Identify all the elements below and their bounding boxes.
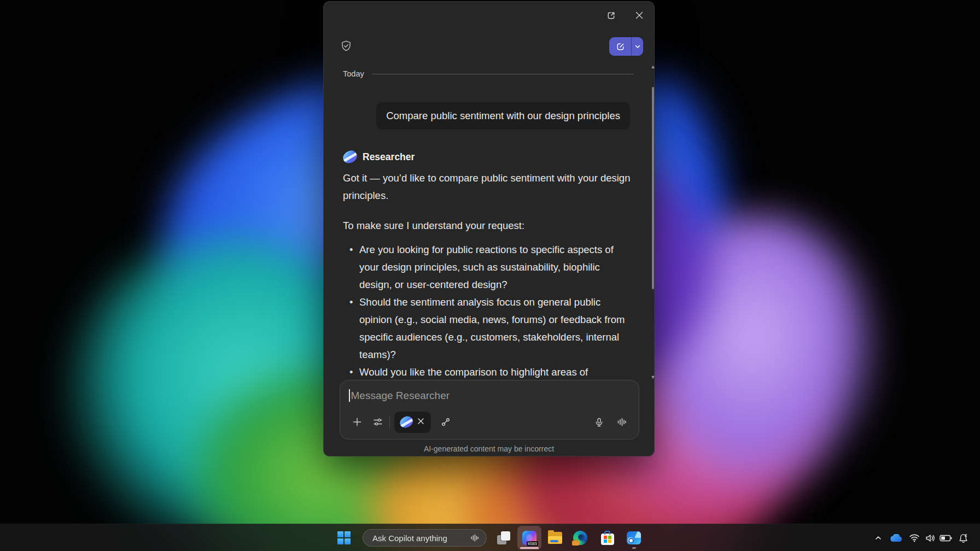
taskbar: Ask Copilot anything M365	[0, 524, 980, 551]
copilot-window: ▲ ▼ Today Compare public sentiment with …	[323, 1, 655, 456]
add-attachment-button[interactable]	[349, 414, 365, 430]
volume-tray-button[interactable]	[923, 532, 937, 543]
privacy-shield-icon	[340, 39, 353, 52]
running-app-indicator	[632, 547, 636, 549]
toolbar-divider	[389, 415, 390, 429]
assistant-paragraph: Got it — you’d like to compare public se…	[343, 169, 634, 204]
new-chat-button[interactable]	[609, 37, 631, 56]
chat-scroll-area: Today Compare public sentiment with our …	[343, 68, 634, 416]
wifi-icon	[909, 534, 920, 542]
scroll-down-arrow[interactable]: ▼	[650, 374, 656, 380]
date-divider-line	[372, 74, 634, 74]
desktop: ▲ ▼ Today Compare public sentiment with …	[0, 0, 980, 551]
sliders-icon	[372, 417, 383, 427]
task-view-icon	[497, 531, 511, 545]
microsoft-store-icon	[601, 534, 614, 545]
date-divider: Today	[343, 68, 634, 79]
link-icon	[440, 417, 451, 427]
battery-tray-button[interactable]	[938, 532, 953, 543]
voice-waveform-icon	[616, 417, 627, 427]
taskbar-app-edge[interactable]	[573, 531, 587, 545]
plus-icon	[352, 417, 362, 427]
researcher-chip-icon	[399, 415, 414, 429]
taskbar-app-copilot-m365[interactable]: M365	[517, 526, 541, 550]
outlook-icon	[627, 531, 641, 544]
expand-icon	[606, 10, 616, 21]
chevron-down-icon	[634, 43, 641, 50]
task-view-button[interactable]	[497, 531, 511, 545]
onedrive-tray-button[interactable]	[888, 532, 903, 543]
voice-mode-button[interactable]	[614, 414, 630, 430]
options-button[interactable]	[370, 414, 386, 430]
onedrive-cloud-icon	[889, 534, 902, 542]
bullet-item: Should the sentiment analysis focus on g…	[343, 294, 634, 364]
voice-waveform-icon[interactable]	[470, 533, 480, 543]
compose-icon	[615, 42, 626, 52]
date-divider-label: Today	[343, 69, 364, 78]
show-hidden-icons-button[interactable]	[873, 532, 884, 543]
taskbar-app-microsoft-store[interactable]	[600, 531, 615, 545]
notifications-dnd-button[interactable]	[956, 532, 970, 543]
composer-toolbar	[349, 411, 630, 433]
close-window-button[interactable]	[631, 7, 648, 24]
new-chat-split-button	[609, 37, 643, 56]
user-message-bubble: Compare public sentiment with our design…	[376, 102, 631, 130]
windows-logo-icon	[337, 531, 351, 544]
message-input[interactable]: Message Researcher	[340, 380, 639, 402]
bullet-item: Are you looking for public reactions to …	[343, 241, 634, 294]
assistant-header: Researcher	[343, 150, 634, 164]
researcher-agent-chip[interactable]	[394, 412, 431, 433]
chevron-up-icon	[874, 534, 882, 542]
file-explorer-icon	[548, 532, 562, 544]
message-composer[interactable]: Message Researcher	[340, 380, 639, 439]
taskbar-search[interactable]: Ask Copilot anything	[363, 529, 487, 547]
input-placeholder: Message Researcher	[351, 390, 450, 402]
taskbar-app-outlook[interactable]	[627, 531, 641, 545]
copilot-m365-icon: M365	[522, 531, 536, 545]
close-icon	[635, 11, 644, 20]
speaker-icon	[925, 534, 936, 543]
ai-disclaimer: AI-generated content may be incorrect	[324, 444, 654, 453]
briefcase-badge-icon	[572, 541, 579, 546]
active-app-indicator	[520, 547, 539, 549]
taskbar-app-file-explorer[interactable]	[548, 531, 562, 545]
link-sources-button[interactable]	[438, 414, 454, 430]
m365-badge: M365	[527, 541, 538, 546]
assistant-paragraph: To make sure I understand your request:	[343, 217, 634, 235]
start-button[interactable]	[337, 531, 351, 545]
close-icon	[417, 418, 424, 425]
scrollbar-thumb[interactable]	[652, 87, 654, 289]
taskbar-search-placeholder: Ask Copilot anything	[372, 534, 447, 543]
assistant-name: Researcher	[363, 151, 415, 163]
scroll-up-arrow[interactable]: ▲	[650, 64, 656, 69]
edge-icon	[573, 531, 587, 545]
microphone-button[interactable]	[591, 414, 607, 430]
new-chat-dropdown-button[interactable]	[632, 37, 643, 56]
wifi-tray-button[interactable]	[908, 532, 921, 543]
text-caret	[349, 389, 350, 402]
researcher-avatar-icon	[342, 150, 358, 165]
battery-icon	[940, 535, 952, 542]
remove-agent-button[interactable]	[417, 417, 424, 427]
microphone-icon	[594, 417, 604, 427]
bell-dnd-icon	[958, 533, 969, 543]
expand-window-button[interactable]	[603, 7, 619, 24]
